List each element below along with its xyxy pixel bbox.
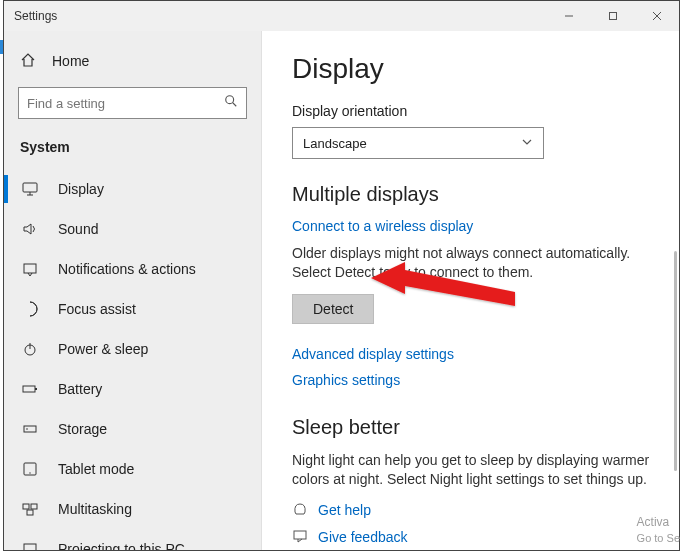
minimize-button[interactable] <box>547 1 591 31</box>
detect-button[interactable]: Detect <box>292 294 374 324</box>
battery-icon <box>20 381 40 397</box>
feedback-row[interactable]: Give feedback <box>292 528 651 547</box>
svg-rect-22 <box>294 531 306 539</box>
nav-label: Battery <box>58 381 102 397</box>
get-help-link: Get help <box>318 502 371 518</box>
svg-rect-6 <box>23 183 37 192</box>
svg-point-15 <box>26 428 28 430</box>
focus-icon <box>20 301 40 317</box>
scrollbar-thumb[interactable] <box>674 251 677 471</box>
svg-rect-14 <box>24 426 36 432</box>
orientation-dropdown[interactable]: Landscape <box>292 127 544 159</box>
nav-label: Notifications & actions <box>58 261 196 277</box>
svg-point-4 <box>226 96 234 104</box>
help-icon <box>292 501 308 520</box>
nav-label: Display <box>58 181 104 197</box>
content-area: Display Display orientation Landscape Mu… <box>262 31 679 550</box>
search-icon <box>224 94 238 112</box>
tablet-icon <box>20 461 40 477</box>
svg-rect-18 <box>23 504 29 509</box>
nav-focus-assist[interactable]: Focus assist <box>4 289 261 329</box>
storage-icon <box>20 421 40 437</box>
svg-rect-1 <box>610 13 617 20</box>
sleep-better-heading: Sleep better <box>292 416 651 439</box>
feedback-link: Give feedback <box>318 529 408 545</box>
home-icon <box>20 52 36 71</box>
advanced-display-link[interactable]: Advanced display settings <box>292 346 651 362</box>
search-box[interactable] <box>18 87 247 119</box>
settings-window: Settings Home <box>3 0 680 551</box>
svg-line-5 <box>233 103 237 107</box>
sidebar: Home System Display Sound <box>4 31 262 550</box>
nav-label: Power & sleep <box>58 341 148 357</box>
wireless-display-link[interactable]: Connect to a wireless display <box>292 218 651 234</box>
sleep-description: Night light can help you get to sleep by… <box>292 451 651 489</box>
graphics-settings-link[interactable]: Graphics settings <box>292 372 651 388</box>
orientation-label: Display orientation <box>292 103 651 119</box>
svg-rect-20 <box>27 510 33 515</box>
svg-rect-13 <box>35 388 37 390</box>
orientation-value: Landscape <box>303 136 367 151</box>
nav-tablet-mode[interactable]: Tablet mode <box>4 449 261 489</box>
nav-label: Storage <box>58 421 107 437</box>
maximize-button[interactable] <box>591 1 635 31</box>
nav-label: Multitasking <box>58 501 132 517</box>
multiple-displays-heading: Multiple displays <box>292 183 651 206</box>
svg-rect-19 <box>31 504 37 509</box>
svg-rect-12 <box>23 386 35 392</box>
svg-rect-9 <box>24 264 36 273</box>
nav-list: Display Sound Notifications & actions Fo… <box>4 169 261 550</box>
multitasking-icon <box>20 501 40 517</box>
home-label: Home <box>52 53 89 69</box>
page-title: Display <box>292 53 651 85</box>
display-icon <box>20 181 40 197</box>
nav-projecting[interactable]: Projecting to this PC <box>4 529 261 550</box>
get-help-row[interactable]: Get help <box>292 501 651 520</box>
nav-label: Sound <box>58 221 98 237</box>
nav-power-sleep[interactable]: Power & sleep <box>4 329 261 369</box>
power-icon <box>20 341 40 357</box>
projecting-icon <box>20 541 40 550</box>
home-link[interactable]: Home <box>4 43 261 79</box>
nav-battery[interactable]: Battery <box>4 369 261 409</box>
nav-notifications[interactable]: Notifications & actions <box>4 249 261 289</box>
svg-rect-21 <box>24 544 36 550</box>
nav-display[interactable]: Display <box>4 169 261 209</box>
window-title: Settings <box>4 9 57 23</box>
nav-storage[interactable]: Storage <box>4 409 261 449</box>
nav-multitasking[interactable]: Multitasking <box>4 489 261 529</box>
notifications-icon <box>20 261 40 277</box>
activation-watermark: Activa Go to Se <box>637 515 680 545</box>
nav-sound[interactable]: Sound <box>4 209 261 249</box>
detect-description: Older displays might not always connect … <box>292 244 651 282</box>
nav-label: Projecting to this PC <box>58 541 185 550</box>
feedback-icon <box>292 528 308 547</box>
nav-label: Focus assist <box>58 301 136 317</box>
chevron-down-icon <box>521 136 533 151</box>
svg-point-17 <box>29 472 30 473</box>
section-title: System <box>4 133 261 169</box>
close-button[interactable] <box>635 1 679 31</box>
nav-label: Tablet mode <box>58 461 134 477</box>
search-input[interactable] <box>27 96 224 111</box>
titlebar: Settings <box>4 1 679 31</box>
sound-icon <box>20 221 40 237</box>
window-buttons <box>547 1 679 31</box>
